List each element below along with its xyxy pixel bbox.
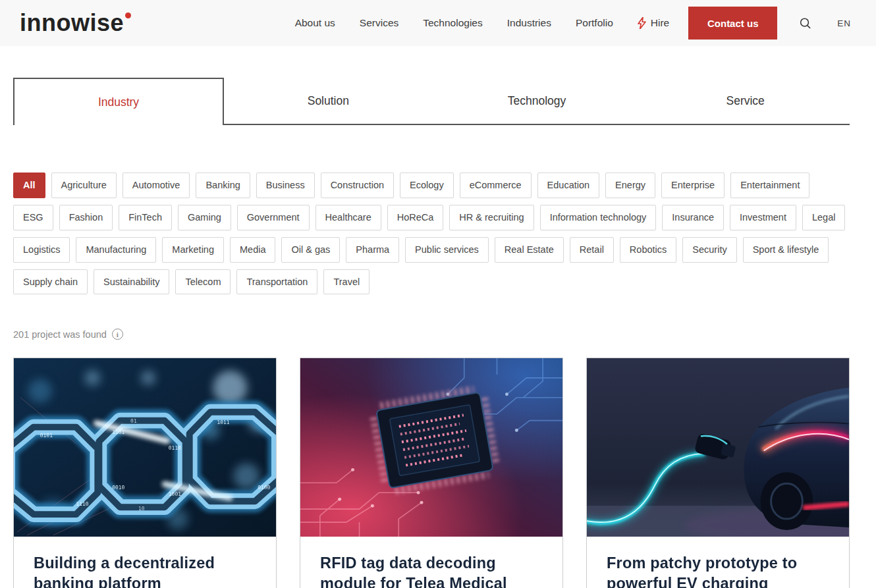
card-title: RFID tag data decoding module for Telea … [320,553,543,588]
filter-chip[interactable]: Investment [730,205,796,230]
language-selector[interactable]: EN [837,18,851,28]
filter-chip[interactable]: Education [537,173,600,198]
card-image-blockchain: 11010110 00101001 01011110 10110100 0110 [14,358,276,537]
nav-item[interactable]: Portfolio [576,17,613,29]
card-title: From patchy prototype to powerful EV cha… [607,553,829,588]
svg-text:0101: 0101 [40,433,53,439]
card-body: Building a decentralized banking platfor… [14,537,276,588]
filter-chip[interactable]: FinTech [119,205,172,230]
card-image-circuit-chip [300,358,562,537]
main-nav: About usServicesTechnologiesIndustriesPo… [295,7,851,40]
filter-chip[interactable]: Information technology [540,205,657,230]
filter-chip[interactable]: Transportation [236,269,317,295]
filter-chip[interactable]: Retail [570,237,614,263]
filter-chip[interactable]: Supply chain [13,269,88,295]
svg-text:10: 10 [138,506,145,512]
search-icon[interactable] [798,16,813,31]
filter-chip[interactable]: Enterprise [661,173,725,198]
filter-chip[interactable]: All [13,173,45,198]
nav-item[interactable]: Technologies [423,17,482,29]
tab-solution[interactable]: Solution [224,78,433,125]
nav-item[interactable]: Industries [507,17,551,29]
filter-chip[interactable]: Government [237,205,310,230]
filter-chip[interactable]: Sustainability [94,269,169,295]
project-card[interactable]: RFID tag data decoding module for Telea … [300,358,563,588]
filter-chip[interactable]: Gaming [178,205,231,230]
filter-chip[interactable]: Robotics [620,237,676,263]
card-title: Building a decentralized banking platfor… [34,553,256,588]
filter-chip[interactable]: Insurance [662,205,724,230]
filter-chip[interactable]: Healthcare [315,205,381,230]
tab-industry[interactable]: Industry [13,78,224,125]
filter-chip[interactable]: Marketing [162,237,224,263]
card-body: RFID tag data decoding module for Telea … [300,537,562,588]
tab-service[interactable]: Service [641,78,850,125]
svg-text:1011: 1011 [217,419,229,425]
filter-chip[interactable]: Manufacturing [76,237,156,263]
filter-chip[interactable]: Business [256,173,315,198]
filter-chip[interactable]: Real Estate [495,237,564,263]
header: innowise About usServicesTechnologiesInd… [0,0,876,46]
filter-chip[interactable]: ESG [13,205,53,230]
filter-chip[interactable]: Travel [323,269,370,295]
filter-chip[interactable]: Pharma [346,237,399,263]
nav-item[interactable]: Services [360,17,398,29]
filter-chip[interactable]: Entertainment [730,173,809,198]
logo[interactable]: innowise [20,11,131,35]
filter-chip[interactable]: Banking [196,173,250,198]
svg-text:0110: 0110 [169,446,181,452]
svg-text:1110: 1110 [76,502,89,508]
filter-chip[interactable]: Fashion [59,205,113,230]
filter-chip[interactable]: Energy [605,173,655,198]
filter-tabbar: Industry Solution Technology Service [13,78,850,125]
filter-chip[interactable]: Automotive [123,173,190,198]
filter-chip[interactable]: Construction [321,173,394,198]
nav-item-hire[interactable]: Hire [638,17,669,29]
filter-chip[interactable]: Telecom [175,269,231,295]
project-card[interactable]: From patchy prototype to powerful EV cha… [586,358,850,588]
filter-chip[interactable]: Ecology [400,173,454,198]
contact-us-button[interactable]: Contact us [688,7,777,40]
industry-filter-chips: AllAgricultureAutomotiveBankingBusinessC… [13,173,850,294]
svg-text:0010: 0010 [112,485,124,491]
filter-chip[interactable]: Logistics [13,237,70,263]
filter-chip[interactable]: Agriculture [51,173,117,198]
project-cards: 11010110 00101001 01011110 10110100 0110… [13,358,876,588]
project-card[interactable]: 11010110 00101001 01011110 10110100 0110… [13,358,277,588]
filter-chip[interactable]: Public services [405,237,489,263]
filter-chip[interactable]: Legal [802,205,845,230]
results-count: 201 project was found i [13,329,876,340]
svg-text:01: 01 [130,418,137,424]
svg-text:0100: 0100 [258,485,270,491]
filter-chip[interactable]: Oil & gas [281,237,340,263]
filter-chip[interactable]: HR & recruiting [449,205,534,230]
svg-text:1001: 1001 [169,492,181,498]
lightning-bolt-icon [638,17,646,29]
results-count-text: 201 project was found [13,329,107,340]
logo-text: innowise [20,11,124,35]
filter-chip[interactable]: eCommerce [460,173,532,198]
filter-chip[interactable]: HoReCa [387,205,444,230]
card-body: From patchy prototype to powerful EV cha… [587,537,849,588]
card-image-ev-charging [587,358,849,537]
hire-label: Hire [651,17,669,29]
filter-chip[interactable]: Sport & lifestyle [743,237,829,263]
nav-item[interactable]: About us [295,17,335,29]
filter-chip[interactable]: Media [230,237,276,263]
nav-items: About usServicesTechnologiesIndustriesPo… [295,17,613,29]
filter-chip[interactable]: Security [682,237,736,263]
logo-dot-icon [125,13,131,18]
info-icon[interactable]: i [112,329,123,340]
tab-technology[interactable]: Technology [433,78,642,125]
